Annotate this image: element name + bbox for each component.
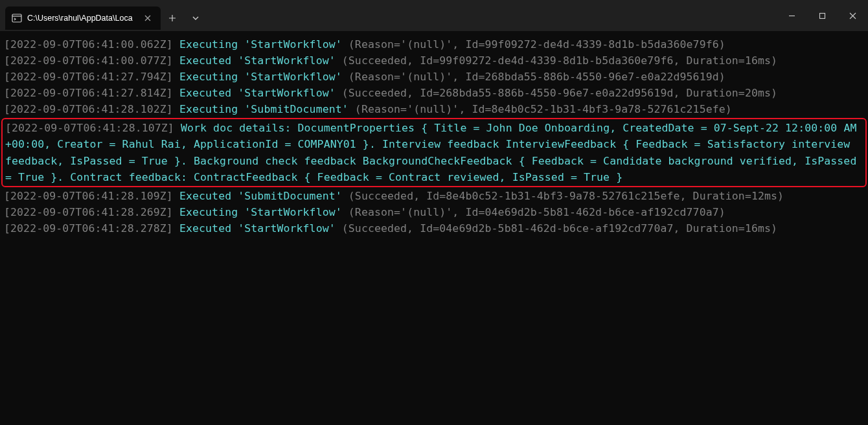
minimize-button[interactable] bbox=[777, 3, 807, 29]
log-timestamp: [2022-09-07T06:41:28.269Z] bbox=[4, 206, 173, 218]
log-timestamp: [2022-09-07T06:41:28.107Z] bbox=[5, 122, 174, 134]
log-detail: (Reason='(null)', Id=99f09272-de4d-4339-… bbox=[342, 38, 725, 51]
log-detail: (Succeeded, Id=99f09272-de4d-4339-8d1b-b… bbox=[336, 54, 777, 67]
log-timestamp: [2022-09-07T06:41:28.278Z] bbox=[4, 222, 173, 235]
log-timestamp: [2022-09-07T06:41:28.102Z] bbox=[4, 103, 173, 115]
log-detail: (Reason='(null)', Id=04e69d2b-5b81-462d-… bbox=[342, 206, 725, 218]
log-action: Executed 'SubmitDocument' bbox=[179, 190, 342, 202]
terminal-icon bbox=[12, 13, 22, 23]
log-action: Executed 'StartWorkflow' bbox=[179, 87, 336, 99]
log-action: Executing 'StartWorkflow' bbox=[179, 71, 342, 83]
log-action: Executing 'SubmitDocument' bbox=[179, 103, 348, 115]
log-detail: (Reason='(null)', Id=268bda55-886b-4550-… bbox=[342, 71, 725, 83]
log-action: Executing 'StartWorkflow' bbox=[179, 38, 342, 51]
terminal-output[interactable]: [2022-09-07T06:41:00.062Z] Executing 'St… bbox=[0, 31, 868, 258]
close-tab-button[interactable] bbox=[143, 13, 153, 23]
log-detail: (Succeeded, Id=04e69d2b-5b81-462d-b6ce-a… bbox=[336, 222, 777, 235]
titlebar: C:\Users\rahul\AppData\Loca bbox=[0, 0, 868, 31]
svg-rect-2 bbox=[820, 13, 825, 18]
tab-dropdown-button[interactable] bbox=[184, 6, 207, 30]
active-tab[interactable]: C:\Users\rahul\AppData\Loca bbox=[5, 6, 161, 30]
log-timestamp: [2022-09-07T06:41:00.077Z] bbox=[4, 54, 173, 67]
window-controls bbox=[777, 3, 868, 29]
svg-rect-0 bbox=[12, 14, 21, 22]
new-tab-button[interactable] bbox=[161, 6, 184, 30]
log-detail: (Succeeded, Id=268bda55-886b-4550-96e7-e… bbox=[336, 87, 777, 99]
log-detail: (Reason='(null)', Id=8e4b0c52-1b31-4bf3-… bbox=[348, 103, 732, 115]
maximize-button[interactable] bbox=[807, 3, 838, 29]
log-timestamp: [2022-09-07T06:41:28.109Z] bbox=[4, 190, 173, 202]
tab-title: C:\Users\rahul\AppData\Loca bbox=[27, 14, 137, 23]
log-timestamp: [2022-09-07T06:41:27.794Z] bbox=[4, 71, 173, 83]
log-action: Executed 'StartWorkflow' bbox=[179, 54, 336, 67]
highlighted-log-entry: [2022-09-07T06:41:28.107Z] Work doc deta… bbox=[1, 118, 867, 187]
log-action: Executing 'StartWorkflow' bbox=[179, 206, 342, 218]
log-timestamp: [2022-09-07T06:41:27.814Z] bbox=[4, 87, 173, 99]
log-action: Executed 'StartWorkflow' bbox=[179, 222, 336, 235]
close-window-button[interactable] bbox=[838, 3, 868, 29]
log-detail: (Succeeded, Id=8e4b0c52-1b31-4bf3-9a78-5… bbox=[342, 190, 784, 202]
log-timestamp: [2022-09-07T06:41:00.062Z] bbox=[4, 38, 173, 51]
